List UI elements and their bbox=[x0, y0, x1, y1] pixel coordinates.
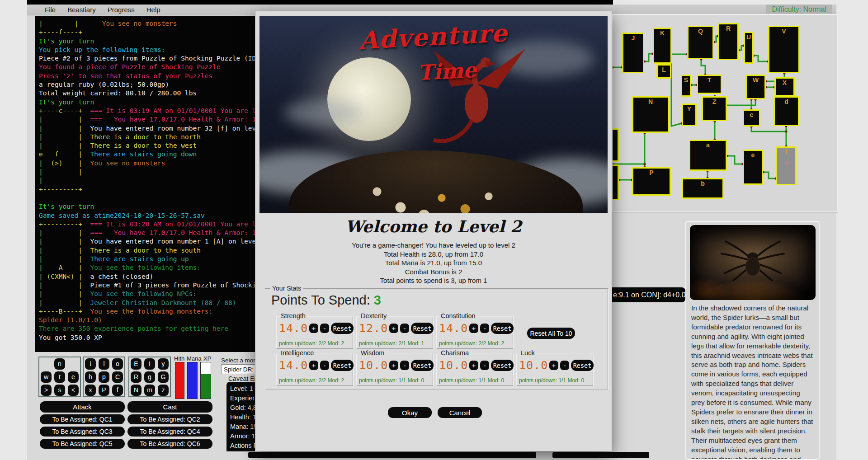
stat-box-charisma: Charisma10.0+-Resetpoints up/down: 1/1 M… bbox=[436, 353, 514, 386]
stat-increase-button[interactable]: + bbox=[309, 361, 318, 370]
qc-button-3[interactable]: To Be Assigned: QC3 bbox=[40, 427, 125, 437]
stat-reset-button[interactable]: Reset bbox=[331, 323, 354, 334]
stat-decrease-button[interactable]: - bbox=[400, 324, 409, 333]
stat-decrease-button[interactable]: - bbox=[320, 361, 329, 370]
okay-button[interactable]: Okay bbox=[388, 407, 432, 418]
map-room-R: R bbox=[718, 23, 739, 60]
menu-item-help[interactable]: Help bbox=[141, 5, 166, 14]
current-room-marker: ✳ bbox=[777, 160, 795, 166]
key-t[interactable]: t bbox=[54, 371, 65, 383]
dialog-body-line: Total points to spend is 3, up from 1 bbox=[255, 276, 612, 285]
cancel-button[interactable]: Cancel bbox=[438, 407, 482, 418]
qc-button-5[interactable]: To Be Assigned: QC5 bbox=[40, 439, 125, 449]
key-G[interactable]: G bbox=[158, 371, 169, 383]
menu-item-file[interactable]: File bbox=[39, 5, 61, 14]
key-p[interactable]: p bbox=[99, 371, 109, 383]
monster-select-value: Spider DR: ( bbox=[224, 366, 257, 373]
stat-decrease-button[interactable]: - bbox=[320, 324, 329, 333]
bottom-panel-edge bbox=[248, 452, 536, 458]
spider-image bbox=[690, 225, 816, 300]
stat-decrease-button[interactable]: - bbox=[480, 361, 489, 370]
stat-value: 14.0 bbox=[279, 322, 307, 335]
bestiary-description: In the shadowed corners of the natural w… bbox=[691, 304, 815, 460]
stat-decrease-button[interactable]: - bbox=[400, 361, 409, 370]
qc-button-6[interactable]: To Be Assigned: QC6 bbox=[127, 439, 212, 449]
stat-box-luck: Luck10.0+-Resetpoints up/down: 1/1 Mod: … bbox=[516, 353, 594, 386]
cast-button[interactable]: Cast bbox=[127, 401, 212, 413]
bestiary-panel: In the shadowed corners of the natural w… bbox=[685, 221, 820, 460]
key-g[interactable]: g bbox=[144, 371, 155, 383]
key-h[interactable]: h bbox=[85, 371, 96, 383]
mana-bar bbox=[187, 362, 198, 399]
key-s[interactable]: s bbox=[54, 385, 65, 396]
key-w[interactable]: w bbox=[41, 371, 52, 383]
menu-item-progress[interactable]: Progress bbox=[102, 5, 141, 14]
stat-increase-button[interactable]: + bbox=[469, 361, 478, 370]
stat-increase-button[interactable]: + bbox=[389, 324, 398, 333]
key-R[interactable]: R bbox=[131, 371, 142, 383]
key->[interactable]: > bbox=[41, 385, 52, 396]
map-room-N: N bbox=[632, 96, 669, 133]
attack-button[interactable]: Attack bbox=[40, 401, 125, 413]
dialog-body-line: Combat Bonus is 2 bbox=[255, 268, 612, 277]
menu-items: FileBeastiaryProgressHelp bbox=[39, 5, 166, 14]
map-room-Q: Q bbox=[687, 26, 714, 59]
stat-decrease-button[interactable]: - bbox=[480, 324, 489, 333]
stat-points-caption: points up/down: 1/1 Mod: 0 bbox=[519, 377, 584, 384]
stat-increase-button[interactable]: + bbox=[549, 361, 558, 370]
stat-value: 10.0 bbox=[439, 359, 467, 372]
stat-box-constitution: Constitution14.0+-Resetpoints up/down: 2… bbox=[436, 316, 514, 349]
stat-name: Constitution bbox=[439, 312, 477, 319]
stat-name: Wisdom bbox=[359, 349, 386, 357]
key-N[interactable]: N bbox=[131, 385, 142, 396]
key-x[interactable]: x bbox=[85, 385, 96, 396]
stat-reset-button[interactable]: Reset bbox=[411, 360, 434, 371]
keypad-group: ilohpCxPf bbox=[83, 357, 125, 397]
map-room-d: d bbox=[774, 96, 799, 126]
difficulty-badge: Difficulty: Normal bbox=[766, 5, 832, 15]
map-room-V: V bbox=[768, 26, 800, 73]
key-C[interactable]: C bbox=[112, 371, 123, 383]
key-z[interactable]: z bbox=[158, 385, 169, 396]
app-window: FileBeastiaryProgressHelp Difficulty: No… bbox=[0, 0, 868, 460]
stat-box-wisdom: Wisdom10.0+-Resetpoints up/down: 1/1 Mod… bbox=[356, 353, 434, 386]
stat-increase-button[interactable]: + bbox=[469, 324, 478, 333]
dungeon-map-panel: JKLQRUVSTWXNYZcdaef✳Pb bbox=[612, 14, 838, 212]
xp-bar-fill bbox=[201, 374, 211, 399]
key-I[interactable]: I bbox=[144, 358, 155, 370]
qc-button-4[interactable]: To Be Assigned: QC4 bbox=[127, 427, 212, 437]
key-m[interactable]: m bbox=[144, 385, 155, 396]
map-room-K: K bbox=[653, 28, 672, 64]
key-e[interactable]: e bbox=[68, 371, 79, 383]
key-i[interactable]: i bbox=[85, 358, 96, 370]
map-room-f: f✳ bbox=[776, 146, 797, 185]
map-room-Y: Y bbox=[682, 103, 697, 126]
stat-points-caption: points up/down: 2/2 Mod: 2 bbox=[279, 377, 344, 384]
stat-reset-button[interactable]: Reset bbox=[491, 360, 514, 371]
key-n[interactable]: n bbox=[54, 358, 65, 370]
your-stats-group: Your Stats Points To Spend: 3 Strength14… bbox=[265, 288, 609, 390]
menu-item-beastiary[interactable]: Beastiary bbox=[61, 5, 102, 14]
qc-button-2[interactable]: To Be Assigned: QC2 bbox=[127, 414, 212, 424]
stat-name: Luck bbox=[519, 349, 536, 357]
key-l[interactable]: l bbox=[99, 358, 109, 370]
reset-all-button[interactable]: Reset All To 10 bbox=[527, 328, 575, 339]
stat-reset-button[interactable]: Reset bbox=[571, 360, 594, 371]
stat-reset-button[interactable]: Reset bbox=[491, 323, 514, 334]
key-<[interactable]: < bbox=[68, 385, 79, 396]
stat-increase-button[interactable]: + bbox=[309, 324, 318, 333]
stat-reset-button[interactable]: Reset bbox=[411, 323, 434, 334]
stat-increase-button[interactable]: + bbox=[389, 361, 398, 370]
stat-value: 14.0 bbox=[279, 359, 307, 372]
key-y[interactable]: y bbox=[158, 358, 169, 370]
stat-decrease-button[interactable]: - bbox=[560, 361, 569, 370]
key-E[interactable]: E bbox=[131, 358, 142, 370]
map-room-b: b bbox=[682, 178, 724, 199]
key-P[interactable]: P bbox=[99, 385, 109, 396]
qc-button-1[interactable]: To Be Assigned: QC1 bbox=[40, 414, 125, 424]
map-room-e: e bbox=[743, 150, 763, 185]
key-o[interactable]: o bbox=[112, 358, 123, 370]
key-f[interactable]: f bbox=[112, 385, 123, 396]
health-bar bbox=[175, 362, 184, 399]
stat-reset-button[interactable]: Reset bbox=[331, 360, 354, 371]
